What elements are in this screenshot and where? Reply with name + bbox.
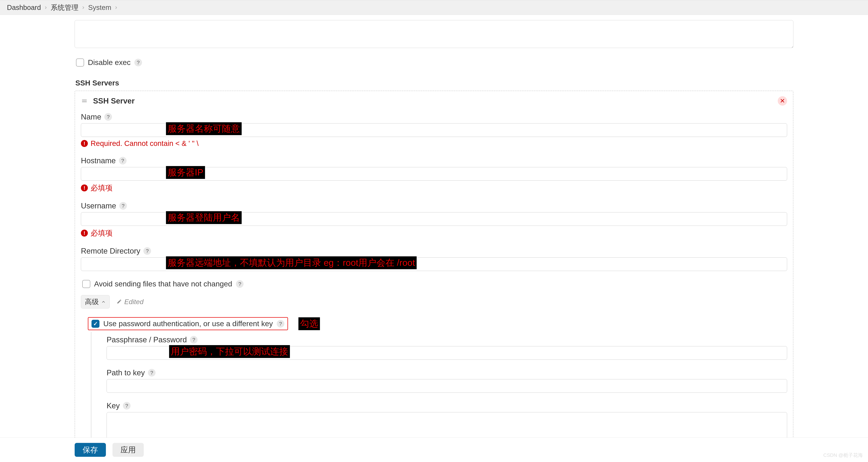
svg-rect-0 xyxy=(82,100,87,100)
apply-button[interactable]: 应用 xyxy=(113,443,144,457)
help-icon[interactable]: ? xyxy=(190,336,197,344)
help-icon[interactable]: ? xyxy=(119,157,127,165)
ssh-server-box: SSH Server ✕ Name ? 服务器名称可随意 ! Required.… xyxy=(75,91,793,452)
help-icon[interactable]: ? xyxy=(236,280,244,288)
use-password-checkbox[interactable] xyxy=(92,320,99,328)
breadcrumb-item-dashboard[interactable]: Dashboard xyxy=(7,4,41,11)
ssh-server-header: SSH Server xyxy=(93,96,773,105)
help-icon[interactable]: ? xyxy=(148,369,156,377)
error-icon: ! xyxy=(81,140,88,147)
avoid-sending-label: Avoid sending files that have not change… xyxy=(94,280,232,288)
name-label: Name xyxy=(81,113,101,121)
remote-dir-label: Remote Directory xyxy=(81,247,140,255)
help-icon[interactable]: ? xyxy=(144,247,151,255)
disable-exec-checkbox[interactable] xyxy=(76,59,84,66)
drag-handle-icon[interactable] xyxy=(81,97,88,105)
pencil-icon xyxy=(117,298,122,306)
disable-exec-label: Disable exec xyxy=(88,58,130,67)
help-icon[interactable]: ? xyxy=(134,59,142,66)
save-button[interactable]: 保存 xyxy=(75,443,106,457)
footer-bar: 保存 应用 xyxy=(0,437,868,462)
passphrase-input[interactable] xyxy=(106,346,787,360)
hostname-label: Hostname xyxy=(81,156,116,165)
top-textarea[interactable] xyxy=(75,20,793,48)
username-error: 必填项 xyxy=(91,228,113,238)
annotation-use-password: 勾选 xyxy=(299,317,320,330)
help-icon[interactable]: ? xyxy=(119,202,127,210)
field-name: Name ? 服务器名称可随意 ! Required. Cannot conta… xyxy=(81,113,787,148)
field-username: Username ? 服务器登陆用户名 ! 必填项 xyxy=(81,201,787,238)
passphrase-label: Passphrase / Password xyxy=(106,336,187,344)
edited-indicator: Edited xyxy=(117,298,144,306)
key-label: Key xyxy=(106,401,120,410)
chevron-up-icon xyxy=(101,298,106,306)
svg-rect-1 xyxy=(82,102,87,102)
chevron-right-icon xyxy=(114,5,118,10)
watermark: CSDN @栀子花海 xyxy=(823,452,863,459)
remove-server-button[interactable]: ✕ xyxy=(778,96,787,106)
field-remote-dir: Remote Directory ? 服务器远端地址，不填默认为用户目录 eg：… xyxy=(81,247,787,271)
breadcrumb: Dashboard 系统管理 System xyxy=(0,0,868,15)
help-icon[interactable]: ? xyxy=(104,113,112,121)
name-error: Required. Cannot contain < & ' " \ xyxy=(91,139,198,148)
path-to-key-label: Path to key xyxy=(106,368,145,377)
field-hostname: Hostname ? 服务器IP ! 必填项 xyxy=(81,156,787,193)
chevron-right-icon xyxy=(81,5,85,10)
error-icon: ! xyxy=(81,184,88,192)
avoid-sending-checkbox[interactable] xyxy=(82,280,90,288)
help-icon[interactable]: ? xyxy=(123,402,130,409)
main-content: Disable exec ? SSH Servers SSH Server ✕ … xyxy=(0,15,868,462)
error-icon: ! xyxy=(81,230,88,236)
use-password-label: Use password authentication, or use a di… xyxy=(103,319,273,328)
remote-dir-input[interactable] xyxy=(81,257,787,271)
ssh-servers-title: SSH Servers xyxy=(75,79,793,87)
advanced-section: Use password authentication, or use a di… xyxy=(88,317,787,445)
help-icon[interactable]: ? xyxy=(277,320,284,327)
edited-label: Edited xyxy=(124,298,144,306)
field-path-to-key: Path to key ? xyxy=(106,368,787,393)
breadcrumb-item-system-mgmt[interactable]: 系统管理 xyxy=(51,3,79,12)
username-label: Username xyxy=(81,201,116,210)
name-input[interactable] xyxy=(81,123,787,137)
chevron-right-icon xyxy=(44,5,48,10)
hostname-error: 必填项 xyxy=(91,183,113,193)
advanced-toggle[interactable]: 高级 xyxy=(81,295,110,309)
path-to-key-input[interactable] xyxy=(106,379,787,393)
username-input[interactable] xyxy=(81,212,787,226)
field-passphrase: Passphrase / Password ? 用户密码，下拉可以测试连接 xyxy=(106,336,787,360)
advanced-label: 高级 xyxy=(85,297,99,307)
breadcrumb-item-system[interactable]: System xyxy=(88,4,111,11)
hostname-input[interactable] xyxy=(81,167,787,181)
